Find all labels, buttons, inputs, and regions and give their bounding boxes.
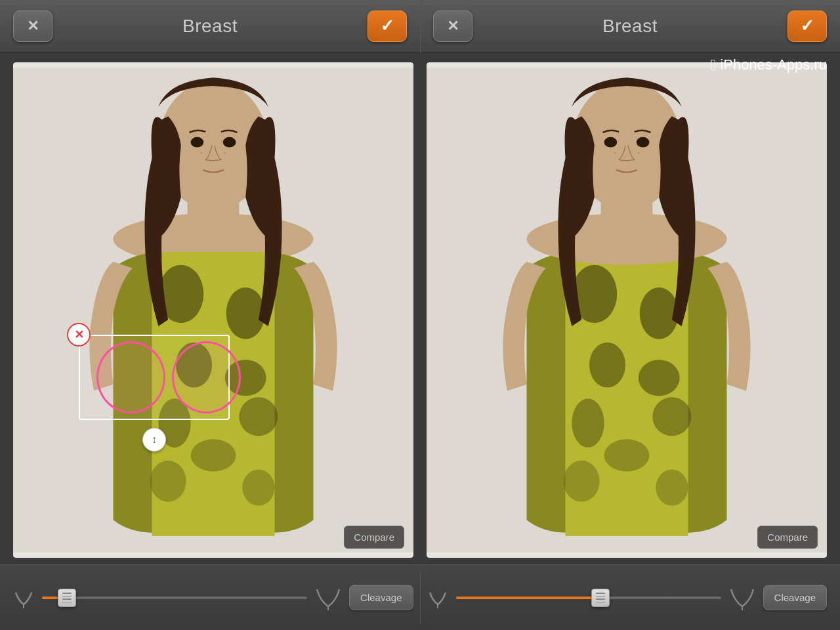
left-slider-thumb[interactable]	[58, 589, 76, 607]
svg-point-13	[242, 470, 274, 506]
svg-point-31	[656, 470, 688, 506]
svg-point-36	[637, 137, 650, 148]
svg-point-18	[224, 152, 226, 154]
left-woman-figure	[13, 62, 413, 558]
right-slider-track[interactable]	[456, 597, 721, 599]
bottom-bar: Cleavage	[0, 564, 840, 630]
slider-line-3	[62, 598, 72, 600]
svg-point-27	[572, 398, 604, 448]
right-woman-figure	[427, 62, 827, 558]
watermark:  iPhones-Apps.ru	[711, 56, 827, 74]
left-slider-lines	[62, 593, 72, 602]
svg-point-12	[150, 461, 186, 502]
svg-point-25	[589, 343, 625, 388]
left-photo-panel: ✕ ↕ Compare	[13, 62, 413, 558]
apple-icon: 	[711, 56, 717, 74]
left-panel-title: Breast	[182, 16, 238, 37]
svg-point-39	[625, 155, 626, 156]
right-slider-fill	[456, 597, 602, 599]
svg-point-11	[191, 439, 236, 471]
right-cleavage-button[interactable]: Cleavage	[763, 585, 827, 610]
main-content: ✕ ↕ Compare	[0, 52, 840, 564]
left-cleavage-icon-large	[315, 585, 341, 610]
left-confirm-button[interactable]: ✓	[368, 10, 407, 42]
right-confirm-icon: ✓	[800, 16, 814, 36]
right-panel-title: Breast	[602, 16, 658, 37]
left-cancel-button[interactable]: ✕	[13, 10, 52, 42]
svg-point-33	[527, 213, 727, 265]
right-compare-button[interactable]: Compare	[757, 526, 818, 549]
svg-point-26	[639, 360, 680, 396]
top-bar: ✕ Breast ✓ ✕ Breast ✓  iPhones-Apps.ru	[0, 0, 840, 52]
slider-line-3	[596, 598, 605, 600]
delete-icon: ✕	[74, 327, 84, 342]
right-cleavage-icon-small	[427, 587, 448, 608]
right-photo-container: Compare	[427, 62, 827, 558]
right-bottom-controls: Cleavage	[421, 585, 834, 610]
watermark-text: iPhones-Apps.ru	[720, 56, 827, 74]
left-compare-button[interactable]: Compare	[344, 526, 404, 549]
svg-point-37	[614, 152, 616, 154]
svg-point-28	[652, 397, 691, 436]
left-bottom-controls: Cleavage	[7, 585, 420, 610]
svg-point-35	[604, 137, 618, 148]
breast-edit-overlay: ✕ ↕	[66, 335, 243, 440]
svg-point-30	[564, 461, 600, 502]
slider-line-1	[62, 593, 72, 594]
resize-icon: ↕	[152, 434, 157, 446]
svg-point-15	[191, 137, 204, 148]
left-slider-track[interactable]	[42, 597, 307, 599]
left-confirm-icon: ✓	[380, 16, 394, 36]
left-cleavage-button[interactable]: Cleavage	[349, 585, 413, 610]
svg-point-17	[201, 152, 203, 154]
resize-handle[interactable]: ↕	[142, 428, 166, 452]
svg-point-24	[640, 287, 679, 339]
slider-line-1	[596, 593, 605, 594]
selection-box[interactable]	[79, 335, 230, 420]
svg-point-16	[223, 137, 236, 148]
right-photo-panel: Compare	[427, 62, 827, 558]
left-photo-container: ✕ ↕ Compare	[13, 62, 413, 558]
left-cancel-icon: ✕	[27, 19, 39, 33]
left-panel-header: ✕ Breast ✓	[0, 10, 420, 42]
slider-line-4	[596, 602, 605, 603]
right-slider-lines	[596, 593, 605, 602]
slider-line-4	[62, 602, 72, 603]
svg-point-6	[226, 287, 265, 339]
slider-line-2	[596, 596, 605, 597]
left-cleavage-icon-small	[13, 587, 34, 608]
right-slider-thumb[interactable]	[591, 589, 610, 607]
left-breast-circle[interactable]	[96, 341, 165, 413]
right-confirm-button[interactable]: ✓	[788, 10, 827, 42]
svg-point-10	[239, 397, 278, 436]
right-breast-circle[interactable]	[172, 341, 241, 413]
svg-point-19	[211, 155, 213, 156]
slider-line-2	[62, 596, 72, 597]
right-cancel-button[interactable]: ✕	[433, 10, 472, 42]
svg-point-29	[604, 439, 650, 471]
right-cleavage-icon-large	[729, 585, 755, 610]
top-divider	[420, 0, 421, 52]
right-panel-header: ✕ Breast ✓	[420, 10, 840, 42]
svg-point-38	[637, 152, 639, 154]
right-cancel-icon: ✕	[447, 19, 459, 33]
delete-selection-button[interactable]: ✕	[67, 323, 91, 346]
